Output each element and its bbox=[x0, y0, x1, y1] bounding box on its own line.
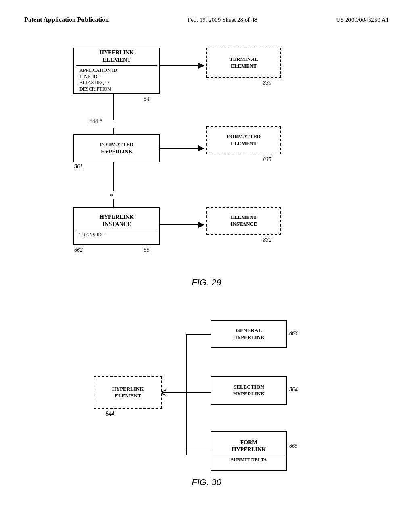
formatted-hyperlink-box: FORMATTEDHYPERLINK bbox=[73, 134, 160, 162]
svg-marker-1 bbox=[198, 63, 204, 69]
hyperlink-instance-box: HYPERLINKINSTANCE TRANS ID ← bbox=[73, 207, 160, 245]
label-865: 865 bbox=[289, 443, 298, 449]
element-instance-box: ELEMENTINSTANCE bbox=[206, 207, 281, 235]
fig29-container: HYPERLINKELEMENT APPLICATION IDLINK ID ←… bbox=[65, 39, 348, 273]
fig30-title: FIG. 30 bbox=[24, 477, 389, 488]
terminal-element-box: TERMINALELEMENT bbox=[206, 48, 281, 78]
label-835: 835 bbox=[263, 156, 271, 163]
fig30-container: HYPERLINKELEMENT 844 GENERALHYPERLINK 86… bbox=[86, 312, 327, 473]
selection-hyperlink-box: SELECTIONHYPERLINK bbox=[211, 376, 287, 405]
header-date-sheet: Feb. 19, 2009 Sheet 28 of 48 bbox=[188, 17, 257, 23]
general-hyperlink-box: GENERALHYPERLINK bbox=[211, 320, 287, 348]
label-861-left: 861 bbox=[74, 164, 83, 170]
label-844-star: 844 * bbox=[90, 118, 102, 125]
fig30-diagram-area: HYPERLINKELEMENT 844 GENERALHYPERLINK 86… bbox=[0, 308, 413, 508]
page-header: Patent Application Publication Feb. 19, … bbox=[0, 0, 413, 31]
formatted-element-box: FORMATTEDELEMENT bbox=[206, 126, 281, 154]
label-862: 862 bbox=[74, 247, 83, 254]
header-patent-number: US 2009/0045250 A1 bbox=[336, 17, 389, 23]
form-hyperlink-box: FORMHYPERLINK SUBMIT DELTA bbox=[211, 431, 287, 471]
star-below-fh: * bbox=[110, 193, 113, 200]
label-832: 832 bbox=[263, 237, 271, 243]
fig29-title: FIG. 29 bbox=[24, 277, 389, 288]
hyperlink-element-box-fig30: HYPERLINKELEMENT bbox=[94, 376, 162, 409]
header-publication-label: Patent Application Publication bbox=[24, 16, 109, 23]
label-55: 55 bbox=[144, 247, 150, 254]
label-54: 54 bbox=[144, 96, 150, 102]
label-839: 839 bbox=[263, 80, 271, 86]
hyperlink-element-box-fig29: HYPERLINKELEMENT APPLICATION IDLINK ID ←… bbox=[73, 48, 160, 94]
label-844-fig30: 844 bbox=[106, 411, 114, 417]
label-863: 863 bbox=[289, 330, 298, 337]
svg-marker-3 bbox=[198, 145, 204, 151]
svg-marker-5 bbox=[198, 222, 204, 228]
label-864: 864 bbox=[289, 387, 298, 393]
fig29-diagram-area: HYPERLINKELEMENT APPLICATION IDLINK ID ←… bbox=[0, 31, 413, 308]
